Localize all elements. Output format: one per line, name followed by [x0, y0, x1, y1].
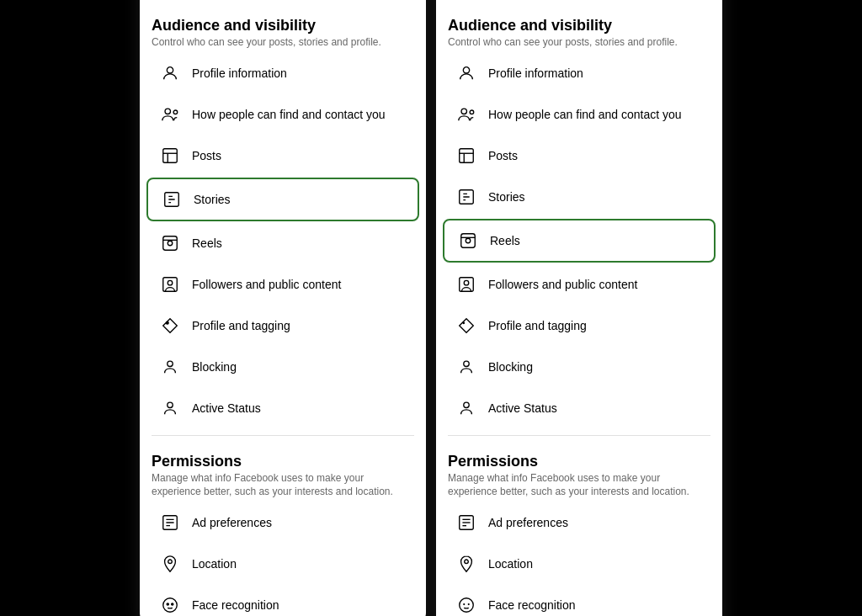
svg-point-43 [464, 402, 469, 407]
svg-point-29 [463, 67, 469, 73]
menu-item-profile-info-2[interactable]: Profile information [443, 53, 716, 93]
reels-icon-2 [456, 229, 480, 252]
location-icon-2 [455, 552, 478, 576]
blocking-icon [158, 355, 182, 379]
menu-item-blocking-2[interactable]: Blocking [443, 347, 716, 387]
svg-rect-12 [163, 278, 178, 292]
permissions-subtitle-1: Manage what info Facebook uses to make y… [152, 472, 414, 498]
followers-label-2: Followers and public content [488, 278, 637, 291]
svg-point-31 [470, 110, 474, 114]
stories-icon-2 [455, 185, 478, 209]
divider-1 [152, 435, 414, 436]
location-label-1: Location [192, 557, 237, 571]
menu-item-face-1[interactable]: Face recognition [146, 585, 419, 616]
permissions-header-2: Permissions Manage what info Facebook us… [436, 443, 722, 502]
posts-icon-2 [455, 144, 478, 167]
top-bar-2: ← Settings & privacy [436, 0, 722, 7]
menu-item-posts-2[interactable]: Posts [443, 135, 716, 176]
active-label-1: Active Status [192, 401, 261, 415]
menu-item-active-1[interactable]: Active Status [146, 388, 419, 428]
tag-icon-2 [455, 314, 478, 337]
divider-2 [448, 435, 710, 436]
location-icon [158, 552, 182, 576]
menu-item-tagging-2[interactable]: Profile and tagging [443, 305, 716, 346]
menu-item-location-2[interactable]: Location [443, 544, 716, 584]
svg-point-51 [468, 603, 470, 605]
profile-info-label-2: Profile information [488, 66, 583, 80]
svg-point-23 [168, 560, 173, 564]
menu-item-followers-2[interactable]: Followers and public content [443, 264, 716, 305]
stories-icon [160, 188, 184, 211]
screenshot-container: 9:31 AM 🔕 ⏰ ● ✦ 📶 🔋 ← Settings & privacy [126, 0, 736, 616]
menu-item-location-1[interactable]: Location [146, 544, 419, 584]
face-icon-2 [455, 593, 478, 616]
menu-item-stories-1[interactable]: Stories [146, 178, 419, 221]
svg-point-3 [165, 109, 170, 114]
person-icon [158, 61, 182, 85]
svg-point-50 [463, 603, 465, 605]
profile-info-label-1: Profile information [192, 66, 287, 80]
svg-rect-5 [163, 149, 178, 163]
phone-1: 9:31 AM 🔕 ⏰ ● ✦ 📶 🔋 ← Settings & privacy [140, 0, 426, 616]
menu-item-followers-1[interactable]: Followers and public content [146, 264, 419, 305]
audience-subtitle-1: Control who can see your posts, stories … [152, 36, 414, 50]
svg-point-18 [168, 402, 173, 407]
blocking-icon-2 [455, 355, 478, 379]
face-label-1: Face recognition [192, 598, 279, 612]
menu-item-ad-1[interactable]: Ad preferences [146, 502, 419, 543]
menu-item-find-2[interactable]: How people can find and contact you [443, 94, 716, 135]
followers-label-1: Followers and public content [192, 278, 341, 291]
people-find-icon-2 [455, 103, 478, 126]
person-icon-2 [455, 61, 478, 85]
svg-rect-9 [163, 236, 178, 251]
phone-2: 9:31 AM 🔕 ⏰ ● ✦ 📶 🔋 ← Settings & privacy [436, 0, 722, 616]
ad-icon-2 [455, 511, 478, 534]
reels-label-1: Reels [192, 236, 222, 250]
active-icon-2 [455, 396, 478, 420]
blocking-label-2: Blocking [488, 360, 533, 374]
reels-icon [158, 231, 182, 255]
audience-section-header-2: Audience and visibility Control who can … [436, 7, 722, 53]
svg-point-49 [460, 598, 474, 613]
ad-label-2: Ad preferences [488, 516, 568, 529]
menu-item-stories-2[interactable]: Stories [443, 177, 716, 217]
stories-label-1: Stories [194, 193, 231, 206]
menu-item-active-2[interactable]: Active Status [443, 388, 716, 428]
face-icon [158, 593, 182, 616]
menu-item-posts-1[interactable]: Posts [146, 135, 419, 176]
find-label-2: How people can find and contact you [488, 108, 682, 121]
posts-label-1: Posts [192, 149, 221, 162]
svg-rect-39 [460, 278, 474, 292]
audience-subtitle-2: Control who can see your posts, stories … [448, 36, 710, 50]
svg-point-15 [166, 322, 168, 325]
top-bar-1: ← Settings & privacy [140, 0, 426, 7]
reels-label-2: Reels [490, 234, 520, 247]
menu-item-tagging-1[interactable]: Profile and tagging [146, 305, 419, 346]
menu-item-face-2[interactable]: Face recognition [443, 585, 716, 616]
menu-item-find-1[interactable]: How people can find and contact you [146, 94, 419, 135]
svg-point-25 [167, 603, 168, 605]
people-find-icon [158, 103, 182, 126]
svg-point-48 [465, 560, 469, 564]
menu-item-blocking-1[interactable]: Blocking [146, 347, 419, 387]
svg-point-26 [172, 603, 173, 605]
menu-item-reels-2[interactable]: Reels [443, 219, 716, 263]
posts-icon [158, 144, 182, 167]
menu-item-profile-info-1[interactable]: Profile information [146, 53, 419, 93]
svg-rect-32 [460, 149, 474, 163]
find-label-1: How people can find and contact you [192, 108, 386, 121]
svg-point-10 [168, 241, 173, 246]
permissions-title-1: Permissions [152, 453, 414, 470]
ad-icon [158, 511, 182, 534]
blocking-label-1: Blocking [192, 360, 237, 374]
svg-point-16 [168, 361, 173, 366]
permissions-subtitle-2: Manage what info Facebook uses to make y… [448, 472, 710, 498]
tagging-label-1: Profile and tagging [192, 319, 290, 332]
posts-label-2: Posts [488, 149, 518, 162]
audience-section-header-1: Audience and visibility Control who can … [140, 7, 426, 53]
stories-label-2: Stories [488, 190, 525, 204]
face-label-2: Face recognition [488, 598, 576, 612]
menu-item-ad-2[interactable]: Ad preferences [443, 502, 716, 543]
menu-item-reels-1[interactable]: Reels [146, 223, 419, 263]
permissions-header-1: Permissions Manage what info Facebook us… [140, 443, 426, 502]
